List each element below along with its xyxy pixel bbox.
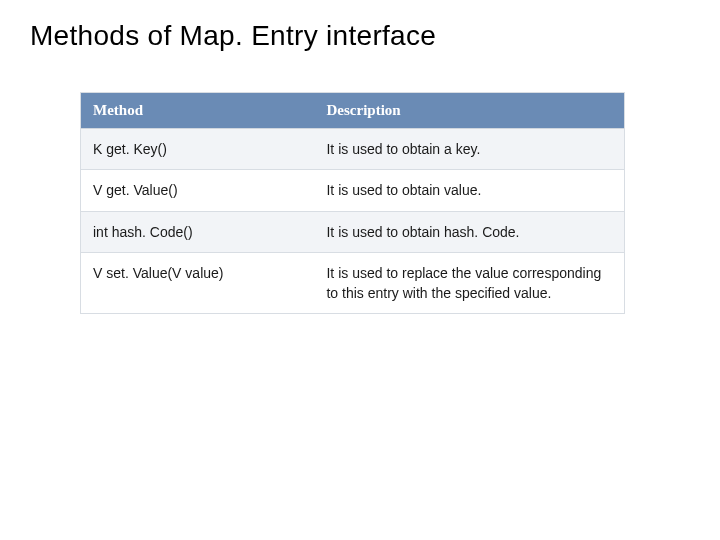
cell-method: V set. Value(V value) [81,252,314,313]
cell-description: It is used to obtain hash. Code. [314,211,624,252]
table-row: K get. Key() It is used to obtain a key. [81,129,624,170]
page-title: Methods of Map. Entry interface [30,20,690,52]
cell-description: It is used to obtain a key. [314,129,624,170]
col-header-method: Method [81,93,314,129]
methods-table: Method Description K get. Key() It is us… [81,93,624,313]
table-row: V set. Value(V value) It is used to repl… [81,252,624,313]
cell-method: K get. Key() [81,129,314,170]
cell-description: It is used to replace the value correspo… [314,252,624,313]
col-header-description: Description [314,93,624,129]
cell-method: int hash. Code() [81,211,314,252]
table-row: int hash. Code() It is used to obtain ha… [81,211,624,252]
table-row: V get. Value() It is used to obtain valu… [81,170,624,211]
table-header-row: Method Description [81,93,624,129]
slide: Methods of Map. Entry interface Method D… [0,0,720,540]
methods-table-wrap: Method Description K get. Key() It is us… [80,92,625,314]
cell-description: It is used to obtain value. [314,170,624,211]
cell-method: V get. Value() [81,170,314,211]
